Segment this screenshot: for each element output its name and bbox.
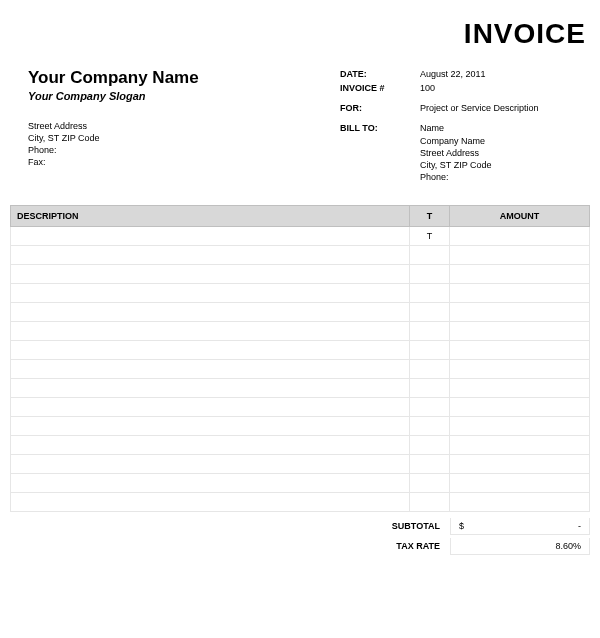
table-row	[11, 493, 590, 512]
company-address: Street Address City, ST ZIP Code Phone: …	[28, 120, 320, 169]
table-row: T	[11, 227, 590, 246]
billto-name: Name	[420, 122, 590, 134]
col-header-t: T	[410, 206, 450, 227]
col-header-amount: AMOUNT	[450, 206, 590, 227]
company-city: City, ST ZIP Code	[28, 132, 320, 144]
tax-rate-label: TAX RATE	[350, 541, 450, 551]
date-label: DATE:	[340, 68, 420, 80]
totals-block: SUBTOTAL $ - TAX RATE 8.60%	[10, 516, 590, 556]
table-row	[11, 265, 590, 284]
line-items-table: DESCRIPTION T AMOUNT T	[10, 205, 590, 512]
col-header-description: DESCRIPTION	[11, 206, 410, 227]
tax-rate-value: 8.60%	[450, 538, 590, 555]
table-row	[11, 455, 590, 474]
billto-street: Street Address	[420, 147, 590, 159]
table-row	[11, 284, 590, 303]
table-row	[11, 322, 590, 341]
for-value: Project or Service Description	[420, 102, 590, 114]
table-row	[11, 360, 590, 379]
table-row	[11, 398, 590, 417]
header-block: Your Company Name Your Company Slogan St…	[10, 68, 590, 185]
meta-block: DATE: August 22, 2011 INVOICE # 100 FOR:…	[340, 68, 590, 185]
company-block: Your Company Name Your Company Slogan St…	[10, 68, 320, 185]
billto-company: Company Name	[420, 135, 590, 147]
billto-label: BILL TO:	[340, 122, 420, 183]
table-row	[11, 303, 590, 322]
subtotal-label: SUBTOTAL	[350, 521, 450, 531]
invoice-number-value: 100	[420, 82, 590, 94]
table-row	[11, 246, 590, 265]
table-row	[11, 436, 590, 455]
company-slogan: Your Company Slogan	[28, 90, 320, 102]
table-row	[11, 417, 590, 436]
company-phone-label: Phone:	[28, 144, 320, 156]
company-street: Street Address	[28, 120, 320, 132]
cell-t: T	[410, 227, 450, 246]
table-row	[11, 379, 590, 398]
table-row	[11, 474, 590, 493]
invoice-number-label: INVOICE #	[340, 82, 420, 94]
company-name: Your Company Name	[28, 68, 320, 88]
billto-phone-label: Phone:	[420, 171, 590, 183]
subtotal-value: -	[578, 521, 581, 531]
invoice-title: INVOICE	[10, 18, 590, 50]
subtotal-currency: $	[459, 521, 464, 531]
date-value: August 22, 2011	[420, 68, 590, 80]
subtotal-cell: $ -	[450, 518, 590, 535]
billto-block: Name Company Name Street Address City, S…	[420, 122, 590, 183]
line-items-body: T	[11, 227, 590, 512]
company-fax-label: Fax:	[28, 156, 320, 168]
billto-city: City, ST ZIP Code	[420, 159, 590, 171]
for-label: FOR:	[340, 102, 420, 114]
table-row	[11, 341, 590, 360]
